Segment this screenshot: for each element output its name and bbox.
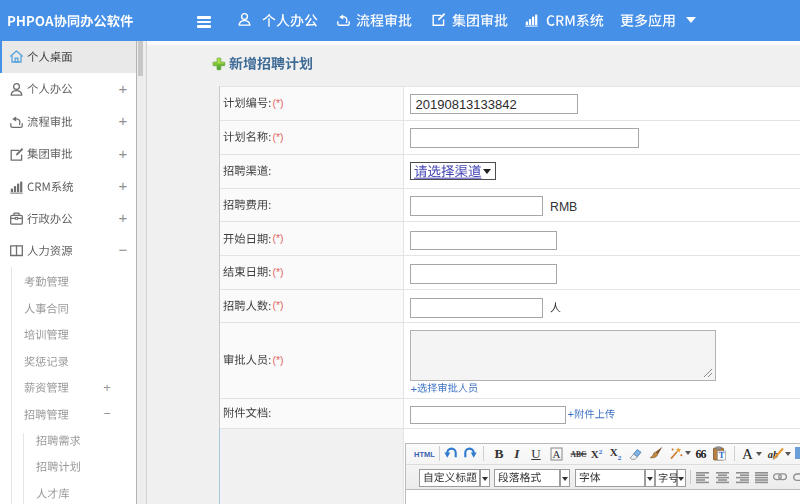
svg-text:T: T [719, 450, 725, 460]
